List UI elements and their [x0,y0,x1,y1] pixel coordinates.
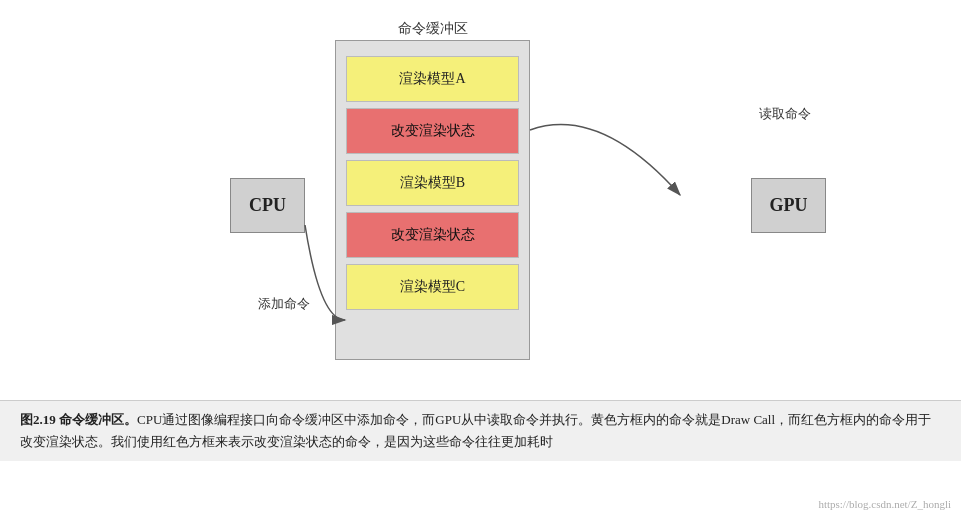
cmd-item-0: 渲染模型A [346,56,519,102]
page-container: 命令缓冲区 渲染模型A改变渲染状态渲染模型B改变渲染状态渲染模型C CPU GP… [0,0,961,471]
cpu-label: CPU [249,195,286,216]
add-cmd-label: 添加命令 [258,295,310,313]
watermark: https://blog.csdn.net/Z_hongli [818,498,951,510]
cmd-item-4: 渲染模型C [346,264,519,310]
gpu-label: GPU [770,195,808,216]
cmd-item-2: 渲染模型B [346,160,519,206]
cmd-buffer: 渲染模型A改变渲染状态渲染模型B改变渲染状态渲染模型C [335,40,530,360]
cmd-item-3: 改变渲染状态 [346,212,519,258]
read-cmd-label: 读取命令 [759,105,811,123]
diagram-area: 命令缓冲区 渲染模型A改变渲染状态渲染模型B改变渲染状态渲染模型C CPU GP… [0,10,961,400]
caption-area: 图2.19 命令缓冲区。CPU通过图像编程接口向命令缓冲区中添加命令，而GPU从… [0,400,961,461]
caption-text: CPU通过图像编程接口向命令缓冲区中添加命令，而GPU从中读取命令并执行。黄色方… [20,412,931,449]
gpu-box: GPU [751,178,826,233]
cmd-items-list: 渲染模型A改变渲染状态渲染模型B改变渲染状态渲染模型C [346,56,519,310]
cmd-buffer-label: 命令缓冲区 [335,20,530,38]
fig-label: 图2.19 命令缓冲区。 [20,412,137,427]
cpu-box: CPU [230,178,305,233]
cmd-item-1: 改变渲染状态 [346,108,519,154]
